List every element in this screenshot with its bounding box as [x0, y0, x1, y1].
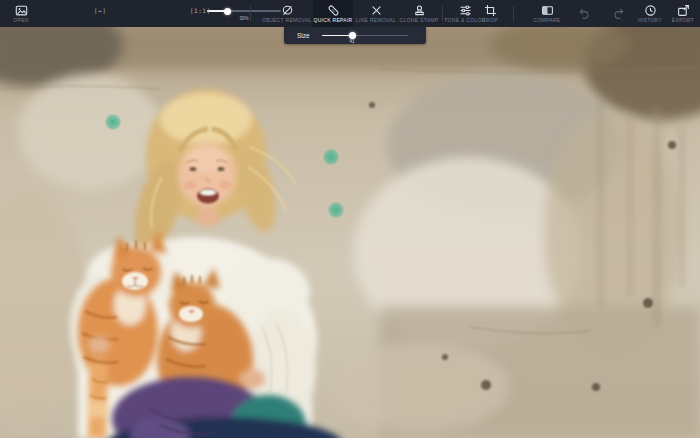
- tool-label: QUICK REPAIR: [313, 18, 352, 23]
- top-toolbar: OPEN [↔] 30% [1:1] OBJECT REMOVAL: [0, 0, 700, 27]
- zoom-slider-knob[interactable]: [224, 8, 231, 15]
- photo-canvas[interactable]: [0, 27, 700, 438]
- compare-icon: [541, 4, 554, 17]
- tool-label: CROP: [482, 18, 498, 23]
- tool-line-removal[interactable]: LINE REMOVAL: [356, 0, 396, 27]
- size-label: Size: [297, 32, 310, 39]
- tool-clone-stamp[interactable]: CLONE STAMP: [399, 0, 439, 27]
- open-button[interactable]: OPEN: [2, 0, 40, 27]
- zoom-actual-size-button[interactable]: [1:1]: [190, 7, 211, 14]
- open-label: OPEN: [13, 18, 28, 23]
- crop-icon: [484, 4, 497, 17]
- tool-label: LINE REMOVAL: [356, 18, 396, 23]
- tool-label: CLONE STAMP: [400, 18, 439, 23]
- export-button[interactable]: EXPORT: [666, 0, 700, 27]
- zoom-value: 30%: [230, 16, 258, 21]
- image-icon: [15, 4, 28, 17]
- undo-icon: [577, 7, 590, 20]
- compare-button[interactable]: COMPARE: [525, 0, 569, 27]
- toolbar-divider: [513, 6, 514, 21]
- tool-object-removal[interactable]: OBJECT REMOVAL: [267, 0, 307, 27]
- clock-icon: [644, 4, 657, 17]
- lasso-icon: [281, 4, 294, 17]
- brush-size-panel: Size 41: [284, 27, 426, 44]
- sliders-icon: [459, 4, 472, 17]
- redo-button[interactable]: [604, 0, 634, 27]
- bandaid-icon: [327, 4, 340, 17]
- tool-crop[interactable]: CROP: [473, 0, 507, 27]
- history-label: HISTORY: [638, 18, 662, 23]
- size-slider-fill: [322, 35, 352, 37]
- tool-label: OBJECT REMOVAL: [262, 18, 311, 23]
- size-slider-knob[interactable]: [349, 32, 356, 39]
- toolbar-divider: [250, 6, 251, 21]
- zoom-fit-button[interactable]: [↔]: [94, 7, 106, 14]
- size-value: 41: [338, 39, 366, 44]
- compare-label: COMPARE: [533, 18, 560, 23]
- history-button[interactable]: HISTORY: [633, 0, 667, 27]
- tool-quick-repair[interactable]: QUICK REPAIR: [313, 0, 353, 27]
- photo-illustration: [0, 27, 700, 438]
- toolbar-divider: [442, 6, 443, 21]
- undo-button[interactable]: [568, 0, 598, 27]
- export-icon: [677, 4, 690, 17]
- stamp-icon: [413, 4, 426, 17]
- redo-icon: [613, 7, 626, 20]
- export-label: EXPORT: [672, 18, 694, 23]
- crossed-lines-icon: [370, 4, 383, 17]
